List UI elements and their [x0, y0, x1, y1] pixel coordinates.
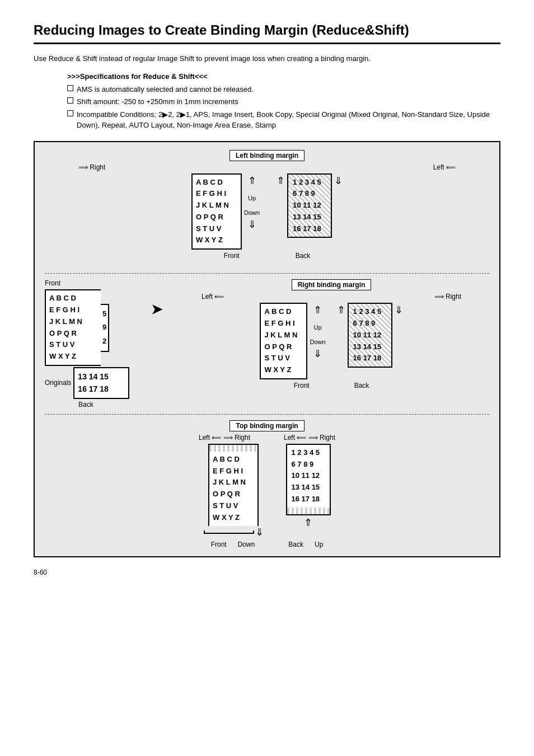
rbm-front-page: A B C D E F G H I J K L M N O P Q R S T …: [260, 303, 307, 379]
front-label-lbm: Front: [224, 252, 240, 260]
rbm-up-label: Up: [313, 324, 321, 331]
spec-item-1: AMS is automatically selected and cannot…: [67, 84, 500, 95]
tbm-up-label: Up: [315, 541, 323, 548]
right-process-arrow-icon: ➤: [151, 302, 162, 317]
process-arrow: ➤: [151, 279, 162, 317]
back-label-orig: Back: [78, 401, 93, 408]
specs-title: >>>Specifications for Reduce & Shift<<<: [67, 72, 500, 81]
rbm-up-arrow: ⇑: [313, 304, 322, 316]
page-number: 8-60: [34, 569, 500, 576]
rbm-left-arrow: Left ⟸: [202, 293, 224, 300]
tbm-down-label: Down: [238, 541, 255, 548]
spec-item-2: Shift amount: -250 to +250mm in 1mm incr…: [67, 96, 500, 107]
rbm-back-up-arrow: ⇑: [337, 304, 345, 316]
tbm-left-arrows-back: Left ⟸ ⟹ Right: [284, 434, 335, 442]
tbm-back-page: 1 2 3 4 5 6 7 8 9 10 11 12 13 14 15 16 1…: [286, 444, 331, 508]
page-title: Reducing Images to Create Binding Margin…: [34, 22, 500, 44]
section-divider-1: [45, 273, 489, 274]
originals-front-page: A B C D E F G H I J K L M N O P Q R S T …: [45, 289, 101, 366]
left-binding-label: Left binding margin: [229, 150, 305, 161]
lbm-front-page: A B C D E F G H I J K L M N O P Q R S T …: [191, 173, 242, 250]
down-arrow-lbm: ⇓: [248, 218, 256, 231]
up-arrow-lbm: ⇑: [248, 175, 256, 187]
tbm-front-page: A B C D E F G H I J K L M N O P Q R S T …: [208, 452, 259, 526]
diagram-box: Left binding margin ⟹ Right Left ⟸ A B C…: [34, 141, 500, 557]
left-arrow-label: Left ⟸: [433, 163, 456, 171]
checkbox-icon: [67, 110, 73, 116]
down-arrow-lbm-back: ⇓: [334, 175, 343, 187]
back-label-lbm: Back: [296, 252, 311, 260]
tbm-front-hatch-top: [208, 444, 259, 452]
tbm-back-up-arrow: ⇑: [304, 516, 312, 529]
rbm-right-arrow: ⟹ Right: [434, 293, 461, 300]
top-binding-section: Top binding margin Left ⟸ ⟹ Right Left ⟸…: [45, 420, 489, 548]
down-label-lbm: Down: [244, 209, 260, 216]
intro-text: Use Reduce & Shift instead of regular Im…: [34, 53, 500, 64]
specs-section: >>>Specifications for Reduce & Shift<<< …: [67, 72, 500, 131]
originals-label: Originals: [45, 379, 71, 387]
up-arrow-lbm-back: ⇑: [277, 175, 285, 187]
tbm-back-hatch-bottom: [286, 508, 331, 515]
tbm-left-arrows-front: Left ⟸ ⟹ Right: [199, 434, 250, 442]
rbm-down-arrow: ⇓: [313, 348, 322, 360]
right-arrow-label: ⟹ Right: [78, 163, 105, 171]
checkbox-icon: [67, 85, 73, 91]
checkbox-icon: [67, 97, 73, 104]
tbm-front-down-arrow: ⇓: [255, 526, 264, 538]
rbm-back-down-arrow: ⇓: [395, 304, 403, 316]
top-binding-label: Top binding margin: [229, 420, 304, 431]
spec-item-3: Incompatible Conditions: 2▶2, 2▶1, APS, …: [67, 109, 500, 131]
right-binding-section: Front A B C D E F G H I J K L M N O P Q …: [45, 279, 489, 408]
rbm-back-label: Back: [354, 382, 369, 389]
lbm-back-page: 1 2 3 4 5 6 7 8 9 10 11 12 13 14 15 16 1…: [287, 173, 332, 238]
originals-side-numbers: 5 9 2: [101, 304, 109, 352]
rbm-front-label: Front: [294, 382, 310, 389]
originals-area: Front A B C D E F G H I J K L M N O P Q …: [45, 279, 140, 408]
section-divider-2: [45, 414, 489, 415]
tbm-front-bottom: [204, 530, 254, 534]
front-label-orig: Front: [45, 279, 60, 287]
right-binding-label: Right binding margin: [292, 279, 372, 290]
rbm-back-page: 1 2 3 4 5 6 7 8 9 10 11 12 13 14 15 16 1…: [348, 303, 392, 368]
originals-back-page: 13 14 15 16 17 18: [73, 367, 129, 399]
tbm-front-bottom-label: Front: [211, 541, 227, 548]
rbm-down-label: Down: [310, 339, 325, 345]
rbm-diagram: Right binding margin Left ⟸ ⟹ Right A B …: [174, 279, 489, 389]
up-label-lbm: Up: [248, 195, 256, 201]
tbm-back-bottom-label: Back: [288, 541, 303, 548]
left-binding-section: Left binding margin ⟹ Right Left ⟸ A B C…: [45, 150, 489, 260]
